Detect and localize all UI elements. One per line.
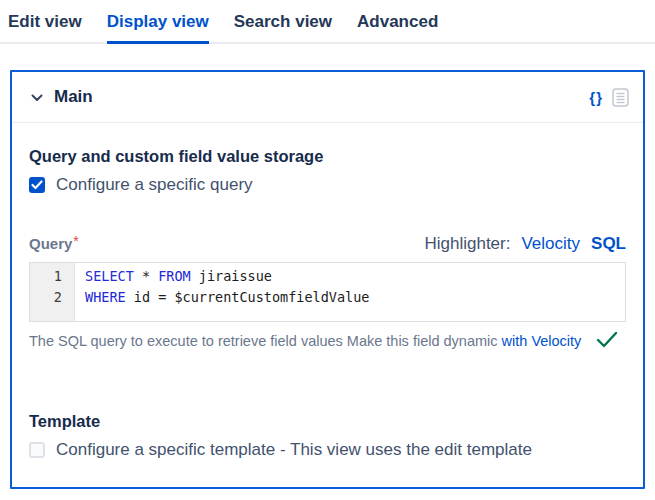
line-number: 2 (30, 287, 62, 308)
editor-line-number-gutter: 1 2 (30, 263, 75, 321)
query-help-text: The SQL query to execute to retrieve fie… (29, 331, 581, 349)
panel-title: Main (54, 87, 93, 107)
main-panel-header[interactable]: Main {} (12, 72, 643, 123)
required-asterisk: * (73, 233, 78, 249)
panel-header-actions: {} (589, 88, 629, 107)
chevron-down-icon[interactable] (31, 94, 43, 102)
panel-body: Query and custom field value storage Con… (12, 123, 643, 460)
template-section-heading: Template (29, 352, 626, 431)
configure-query-label: Configure a specific query (56, 175, 253, 195)
configure-query-row: Configure a specific query (29, 175, 626, 195)
editor-code-area[interactable]: SELECT * FROM jiraissue WHERE id = $curr… (75, 263, 625, 321)
highlighter-switcher: Highlighter: Velocity SQL (424, 234, 626, 254)
configure-template-row: Configure a specific template - This vie… (29, 440, 626, 460)
query-field-label-row: Query* Highlighter: Velocity SQL (29, 233, 626, 254)
configure-template-label: Configure a specific template - This vie… (56, 440, 532, 460)
query-section-heading: Query and custom field value storage (29, 123, 626, 166)
view-tab-bar: Edit view Display view Search view Advan… (0, 0, 655, 44)
sql-query-editor: 1 2 SELECT * FROM jiraissue WHERE id = $… (29, 262, 626, 322)
json-braces-icon[interactable]: {} (589, 89, 603, 106)
configure-query-checkbox[interactable] (29, 177, 45, 193)
query-field-label: Query* (29, 233, 79, 253)
code-line: SELECT * FROM jiraissue (85, 266, 625, 287)
document-lines-icon[interactable] (612, 88, 629, 107)
highlighter-label: Highlighter: (424, 234, 510, 254)
configure-template-checkbox[interactable] (29, 442, 45, 458)
query-help-row: The SQL query to execute to retrieve fie… (29, 331, 626, 352)
highlighter-option-velocity[interactable]: Velocity (521, 234, 580, 254)
tab-search-view[interactable]: Search view (234, 2, 332, 44)
tab-advanced[interactable]: Advanced (357, 2, 438, 44)
highlighter-option-sql[interactable]: SQL (591, 234, 626, 254)
tab-display-view[interactable]: Display view (107, 2, 209, 44)
code-line: WHERE id = $currentCustomfieldValue (85, 287, 625, 308)
main-panel: Main {} Query and custom field value sto… (10, 70, 645, 489)
with-velocity-link[interactable]: with Velocity (502, 333, 582, 349)
valid-checkmark-icon (596, 331, 618, 352)
tab-edit-view[interactable]: Edit view (8, 2, 82, 44)
line-number: 1 (30, 266, 62, 287)
